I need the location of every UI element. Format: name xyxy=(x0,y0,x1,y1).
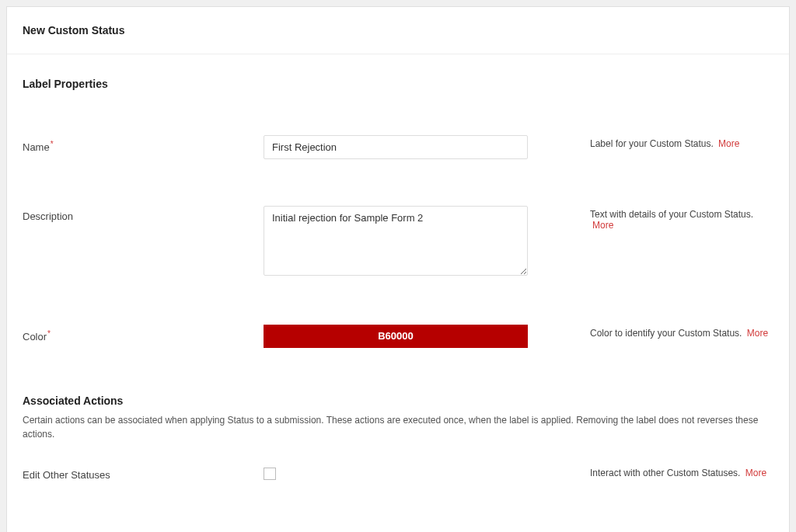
input-col-name xyxy=(264,135,528,159)
help-col-name: Label for your Custom Status. More xyxy=(528,135,773,149)
description-help-text: Text with details of your Custom Status. xyxy=(590,209,753,220)
edit-other-more-link[interactable]: More xyxy=(745,468,766,478)
custom-status-panel: New Custom Status Label Properties Name*… xyxy=(6,6,790,532)
input-col-color: B60000 xyxy=(264,325,528,348)
description-textarea[interactable]: Initial rejection for Sample Form 2 xyxy=(264,206,528,276)
name-label: Name xyxy=(23,141,50,153)
form-row-color: Color* B60000 Color to identify your Cus… xyxy=(23,325,773,348)
label-col-name: Name* xyxy=(23,135,264,153)
help-col-color: Color to identify your Custom Status. Mo… xyxy=(528,325,773,339)
required-mark: * xyxy=(51,140,54,148)
edit-other-statuses-checkbox[interactable] xyxy=(264,468,276,480)
edit-other-help-text: Interact with other Custom Statuses. xyxy=(590,468,740,478)
label-col-color: Color* xyxy=(23,325,264,342)
description-more-link[interactable]: More xyxy=(592,220,613,231)
label-col-description: Description xyxy=(23,206,264,222)
name-more-link[interactable]: More xyxy=(718,138,739,149)
panel-body: Label Properties Name* Label for your Cu… xyxy=(7,54,789,532)
form-row-name: Name* Label for your Custom Status. More xyxy=(23,135,773,159)
section-title-label-properties: Label Properties xyxy=(23,78,773,90)
color-more-link[interactable]: More xyxy=(747,328,768,339)
required-mark: * xyxy=(47,329,51,338)
name-help-text: Label for your Custom Status. xyxy=(590,138,714,149)
section-title-associated-actions: Associated Actions xyxy=(23,395,773,407)
panel-header: New Custom Status xyxy=(7,7,789,54)
page-title: New Custom Status xyxy=(23,24,773,37)
input-col-edit-other xyxy=(264,464,528,482)
form-row-edit-other-statuses: Edit Other Statuses Interact with other … xyxy=(23,464,773,482)
edit-other-statuses-label: Edit Other Statuses xyxy=(23,469,110,481)
help-col-description: Text with details of your Custom Status.… xyxy=(528,206,773,231)
help-col-edit-other: Interact with other Custom Statuses. Mor… xyxy=(528,464,773,478)
description-label: Description xyxy=(23,210,73,222)
color-label: Color xyxy=(23,331,47,342)
color-help-text: Color to identify your Custom Status. xyxy=(590,328,742,339)
form-row-description: Description Initial rejection for Sample… xyxy=(23,206,773,278)
label-col-edit-other: Edit Other Statuses xyxy=(23,464,264,481)
color-picker[interactable]: B60000 xyxy=(264,325,528,348)
name-input[interactable] xyxy=(264,135,528,159)
associated-actions-description: Certain actions can be associated when a… xyxy=(23,413,773,441)
input-col-description: Initial rejection for Sample Form 2 xyxy=(264,206,528,278)
